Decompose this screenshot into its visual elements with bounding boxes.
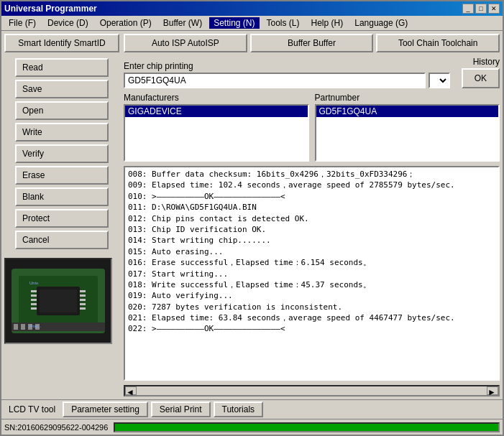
- action-button-protect[interactable]: Protect: [15, 209, 109, 228]
- progress-bar: [115, 424, 498, 431]
- maximize-button[interactable]: □: [475, 4, 487, 14]
- history-label: History: [473, 57, 500, 67]
- svg-rect-7: [31, 303, 37, 305]
- progress-bar-container: [114, 422, 500, 432]
- svg-rect-4: [31, 290, 37, 292]
- svg-rect-13: [80, 307, 86, 310]
- scroll-track: [137, 386, 487, 395]
- buffer-button[interactable]: Buffer Buffer: [250, 34, 374, 52]
- device-image: Univ. Progr...: [4, 258, 112, 344]
- partnumber-item[interactable]: GD5F1GQ4UA: [316, 106, 499, 117]
- action-button-erase[interactable]: Erase: [15, 166, 109, 185]
- log-line: 011: D:\ROWA\GD5F1GQ4UA.BIN: [128, 202, 495, 213]
- svg-rect-14: [12, 323, 105, 331]
- history-ok-group: History OK: [462, 57, 500, 88]
- left-panel: Smart Identify SmartID ReadSaveOpenWrite…: [4, 34, 119, 396]
- svg-rect-11: [80, 299, 86, 301]
- manufacturers-area: Manufacturers GIGADEVICE Partnumber GD5F…: [124, 93, 500, 162]
- toolchain-button[interactable]: Tool Chain Toolchain: [376, 34, 500, 52]
- top-buttons-row: Auto ISP AutoISP Buffer Buffer Tool Chai…: [124, 34, 500, 52]
- serial-print-button[interactable]: Serial Print: [151, 402, 211, 417]
- status-bar: SN:20160629095622-004296: [1, 419, 503, 435]
- log-area[interactable]: 008: Buffer data checksum: 16bits_0x4296…: [124, 166, 500, 381]
- tutorials-button[interactable]: Tutorials: [214, 402, 264, 417]
- log-line: 022: >——————————OK——————————————<: [128, 323, 495, 334]
- chip-input-label: Enter chip printing: [124, 61, 450, 71]
- chip-input-area: Enter chip printing ▼ History OK: [124, 57, 500, 88]
- partnumber-list[interactable]: GD5F1GQ4UA: [315, 104, 500, 162]
- log-line: 021: Elapsed time: 63.84 seconds，average…: [128, 312, 495, 323]
- chip-input-group: Enter chip printing ▼: [124, 61, 450, 88]
- title-bar-buttons: _ □ ✕: [462, 4, 500, 14]
- window-title: Universal Programmer: [4, 4, 97, 14]
- manufacturers-label: Manufacturers: [124, 93, 309, 103]
- action-button-write[interactable]: Write: [15, 123, 109, 142]
- action-button-verify[interactable]: Verify: [15, 144, 109, 163]
- chip-input-row: ▼: [124, 73, 450, 88]
- menu-bar: File (F)Device (D)Operation (P)Buffer (W…: [1, 16, 503, 31]
- scroll-left-btn[interactable]: ◄: [125, 386, 137, 395]
- manufacturers-group: Manufacturers GIGADEVICE: [124, 93, 309, 162]
- parameter-setting-button[interactable]: Parameter setting: [63, 402, 148, 417]
- svg-rect-10: [80, 294, 86, 297]
- action-button-cancel[interactable]: Cancel: [15, 231, 109, 249]
- menu-item[interactable]: Setting (N): [209, 17, 259, 29]
- svg-rect-12: [80, 303, 86, 305]
- log-line: 010: >——————————OK——————————————<: [128, 191, 495, 202]
- status-text: SN:20160629095622-004296: [4, 423, 108, 432]
- svg-rect-6: [31, 299, 37, 301]
- menu-item[interactable]: Operation (P): [96, 17, 156, 29]
- log-line: 017: Start writing...: [128, 269, 495, 279]
- svg-rect-3: [40, 289, 77, 312]
- manufacturer-item[interactable]: GIGADEVICE: [125, 106, 308, 117]
- log-line: 014: Start writing chip.......: [128, 235, 495, 246]
- log-line: 012: Chip pins contact is detected OK.: [128, 213, 495, 224]
- auto-isp-button[interactable]: Auto ISP AutoISP: [124, 34, 247, 52]
- log-line: 009: Elapsed time: 102.4 seconds，average…: [128, 180, 495, 190]
- svg-text:Progr...: Progr...: [29, 324, 41, 328]
- svg-text:Univ.: Univ.: [29, 281, 40, 285]
- minimize-button[interactable]: _: [462, 4, 474, 14]
- log-line: 020: 7287 bytes verification is inconsis…: [128, 302, 495, 312]
- ok-button[interactable]: OK: [462, 68, 500, 88]
- svg-rect-15: [14, 324, 18, 330]
- partnumber-label: Partnumber: [315, 93, 500, 103]
- svg-rect-16: [21, 324, 25, 330]
- action-button-blank[interactable]: Blank: [15, 187, 109, 206]
- svg-rect-5: [31, 294, 37, 297]
- lcd-label: LCD TV tool: [4, 403, 60, 416]
- h-scrollbar[interactable]: ◄ ►: [124, 385, 500, 396]
- log-line: 013: Chip ID verification OK.: [128, 224, 495, 235]
- device-svg: Univ. Progr...: [8, 261, 109, 340]
- menu-item[interactable]: Buffer (W): [159, 17, 206, 29]
- log-line: 016: Erase successful，Elapsed time：6.154…: [128, 257, 495, 268]
- history-dropdown[interactable]: ▼: [429, 73, 450, 88]
- content-area: Smart Identify SmartID ReadSaveOpenWrite…: [1, 31, 503, 399]
- log-line: 008: Buffer data checksum: 16bits_0x4296…: [128, 169, 495, 180]
- menu-item[interactable]: File (F): [4, 17, 40, 29]
- action-buttons-group: ReadSaveOpenWriteVerifyEraseBlankProtect…: [4, 58, 119, 249]
- menu-item[interactable]: Help (H): [307, 17, 348, 29]
- svg-rect-8: [31, 307, 37, 310]
- scroll-right-btn[interactable]: ►: [487, 386, 498, 395]
- action-button-read[interactable]: Read: [15, 58, 109, 77]
- menu-item[interactable]: Language (G): [350, 17, 412, 29]
- menu-item[interactable]: Tools (L): [262, 17, 304, 29]
- menu-item[interactable]: Device (D): [43, 17, 93, 29]
- manufacturers-list[interactable]: GIGADEVICE: [124, 104, 309, 162]
- log-line: 018: Write successful，Elapsed time：45.37…: [128, 279, 495, 290]
- close-button[interactable]: ✕: [488, 4, 500, 14]
- bottom-toolbar: LCD TV tool Parameter setting Serial Pri…: [1, 399, 503, 419]
- right-panel: Auto ISP AutoISP Buffer Buffer Tool Chai…: [124, 34, 500, 396]
- main-window: Universal Programmer _ □ ✕ File (F)Devic…: [0, 0, 504, 436]
- action-button-save[interactable]: Save: [15, 80, 109, 98]
- action-button-open[interactable]: Open: [15, 101, 109, 120]
- title-bar: Universal Programmer _ □ ✕: [1, 1, 503, 16]
- svg-rect-9: [80, 290, 86, 292]
- chip-input-field[interactable]: [124, 73, 426, 88]
- smart-identify-button[interactable]: Smart Identify SmartID: [4, 34, 119, 52]
- log-line: 019: Auto verifying...: [128, 290, 495, 301]
- log-line: 015: Auto erasing...: [128, 246, 495, 257]
- partnumber-group: Partnumber GD5F1GQ4UA: [315, 93, 500, 162]
